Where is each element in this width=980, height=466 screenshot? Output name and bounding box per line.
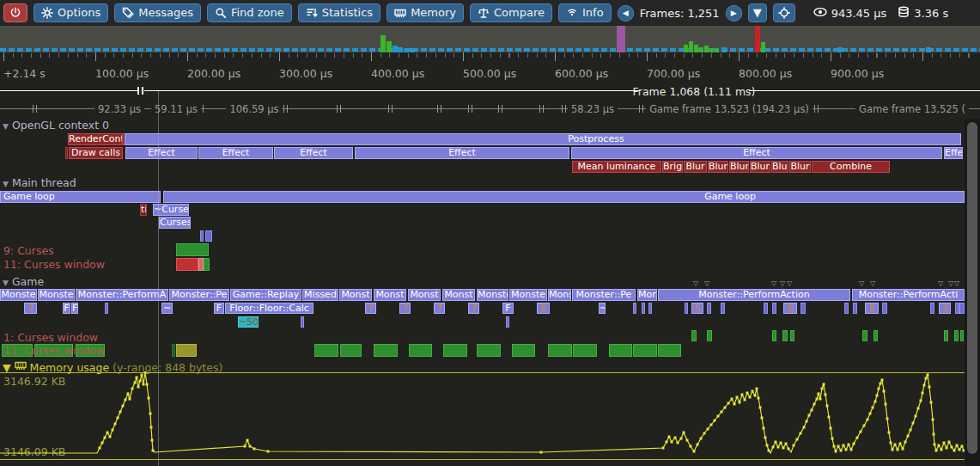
- zone-bar[interactable]: Game::Replay: [230, 289, 301, 301]
- zone-bar[interactable]: Combine: [812, 161, 890, 173]
- zone-bar[interactable]: Curses: [159, 217, 191, 229]
- zone-bar[interactable]: [340, 344, 362, 357]
- frame-time-bar[interactable]: [689, 41, 693, 52]
- zone-bar[interactable]: [200, 230, 204, 242]
- next-frame-button[interactable]: ▶: [726, 5, 742, 21]
- frame-time-bar[interactable]: [694, 45, 698, 52]
- zone-bar[interactable]: [862, 330, 867, 341]
- zone-bar[interactable]: [800, 303, 806, 314]
- zone-marker-icon[interactable]: ▽: [954, 280, 959, 287]
- info-button[interactable]: Info: [558, 3, 612, 22]
- zone-bar[interactable]: [844, 303, 849, 314]
- goto-frame-button[interactable]: [773, 3, 795, 22]
- zone-bar[interactable]: ~50: [238, 316, 259, 328]
- zone-bar[interactable]: [573, 344, 597, 357]
- frame-time-bar[interactable]: [721, 47, 727, 52]
- zone-bar[interactable]: F: [63, 303, 70, 314]
- zone-bar[interactable]: [105, 303, 108, 314]
- zone-bar[interactable]: [642, 303, 645, 314]
- frame-time-bar[interactable]: [617, 26, 625, 52]
- zone-bar[interactable]: Monste: [38, 289, 75, 301]
- zone-marker-icon[interactable]: ▽: [704, 280, 709, 287]
- zone-marker-icon[interactable]: ▽: [693, 280, 698, 287]
- zone-bar[interactable]: Missed: [302, 289, 338, 301]
- zone-bar[interactable]: Mons: [548, 289, 571, 301]
- zone-bar[interactable]: [409, 344, 432, 357]
- frame-time-bar[interactable]: [715, 49, 719, 52]
- zone-bar[interactable]: Game loop: [0, 191, 161, 203]
- zone-bar[interactable]: [633, 344, 657, 357]
- zone-bar[interactable]: 5: [691, 303, 703, 314]
- zone-bar[interactable]: ti: [140, 204, 147, 216]
- zone-bar[interactable]: Monst: [408, 289, 441, 301]
- zone-bar[interactable]: [648, 303, 652, 314]
- collapse-triangle-icon[interactable]: ▼: [3, 180, 9, 188]
- zone-bar[interactable]: 7: [434, 303, 445, 314]
- zone-bar[interactable]: F: [502, 303, 514, 314]
- zone-bar[interactable]: [960, 330, 964, 341]
- zone-bar[interactable]: Postprocess: [125, 133, 961, 145]
- zone-marker-icon[interactable]: ▽: [787, 280, 792, 287]
- memory-usage-chart[interactable]: [0, 371, 965, 466]
- messages-button[interactable]: Messages: [114, 3, 201, 22]
- zone-bar[interactable]: 8: [783, 303, 797, 314]
- zone-bar[interactable]: [443, 344, 467, 357]
- zone-bar[interactable]: Monste: [0, 289, 37, 301]
- statistics-button[interactable]: Statistics: [298, 3, 380, 22]
- zone-bar[interactable]: [691, 330, 697, 341]
- frame-time-bar[interactable]: [837, 47, 843, 52]
- zone-bar[interactable]: RenderCont: [68, 133, 123, 145]
- collapse-triangle-icon[interactable]: ▼: [3, 122, 9, 131]
- zone-bar[interactable]: 7: [24, 303, 37, 314]
- section-header-opengl-context-0[interactable]: ▼OpenGL context 0: [3, 119, 109, 132]
- zone-bar[interactable]: Monster::Pe: [572, 289, 636, 301]
- zone-bar[interactable]: [772, 303, 776, 314]
- zone-bar[interactable]: Monster::PerformActi: [852, 289, 965, 301]
- zone-bar[interactable]: Blur: [750, 161, 770, 173]
- frame-time-bar[interactable]: [398, 47, 403, 52]
- zone-bar[interactable]: Blur: [729, 161, 749, 173]
- zone-bar[interactable]: [882, 303, 887, 314]
- zone-bar[interactable]: F: [214, 303, 224, 314]
- section-header-game[interactable]: ▼Game: [3, 275, 44, 288]
- zone-bar[interactable]: Monst: [339, 289, 372, 301]
- zone-bar[interactable]: Effect: [274, 147, 353, 159]
- zone-bar[interactable]: Game loop: [163, 191, 965, 203]
- zone-bar[interactable]: Monster::Pe: [169, 289, 229, 301]
- collapse-triangle-icon[interactable]: ▼: [3, 279, 9, 287]
- zone-bar[interactable]: [782, 330, 788, 341]
- frame-time-bar[interactable]: [704, 46, 709, 52]
- memory-button[interactable]: Memory: [387, 3, 464, 22]
- zone-bar[interactable]: Effect: [125, 147, 198, 159]
- zone-bar[interactable]: [301, 316, 304, 328]
- zone-marker-icon[interactable]: ▽: [780, 280, 785, 287]
- zone-bar[interactable]: [772, 330, 776, 341]
- frame-time-bar[interactable]: [761, 42, 765, 52]
- zone-bar[interactable]: [176, 344, 197, 357]
- collapse-frames-button[interactable]: ▼: [748, 3, 767, 22]
- options-button[interactable]: Options: [33, 3, 108, 22]
- frame-time-bar[interactable]: [387, 41, 392, 52]
- zone-bar[interactable]: ~: [161, 303, 173, 314]
- zone-bar[interactable]: Monster::PerformAction: [658, 289, 850, 301]
- section-header-main-thread[interactable]: ▼Main thread: [3, 176, 76, 189]
- zone-bar[interactable]: [853, 303, 857, 314]
- zone-bar[interactable]: [764, 303, 768, 314]
- zone-bar[interactable]: [633, 303, 636, 314]
- zone-bar[interactable]: [707, 330, 712, 341]
- zone-bar[interactable]: [374, 344, 398, 357]
- zone-marker-icon[interactable]: ▽: [938, 280, 943, 287]
- zone-bar[interactable]: [548, 344, 572, 357]
- zone-bar[interactable]: ~: [599, 303, 606, 314]
- zone-bar[interactable]: 7: [468, 303, 479, 314]
- find-zone-button[interactable]: Find zone: [207, 3, 292, 22]
- zone-bar[interactable]: [205, 230, 212, 242]
- zone-bar[interactable]: 7: [365, 303, 376, 314]
- zone-bar[interactable]: Effect: [198, 147, 273, 159]
- zone-marker-icon[interactable]: ▽: [948, 280, 953, 287]
- zone-bar[interactable]: Monst: [374, 289, 406, 301]
- frame-time-bar[interactable]: [699, 47, 703, 52]
- zone-bar[interactable]: [172, 344, 175, 357]
- frame-time-bar[interactable]: [684, 45, 688, 52]
- frame-time-bar[interactable]: [755, 26, 760, 52]
